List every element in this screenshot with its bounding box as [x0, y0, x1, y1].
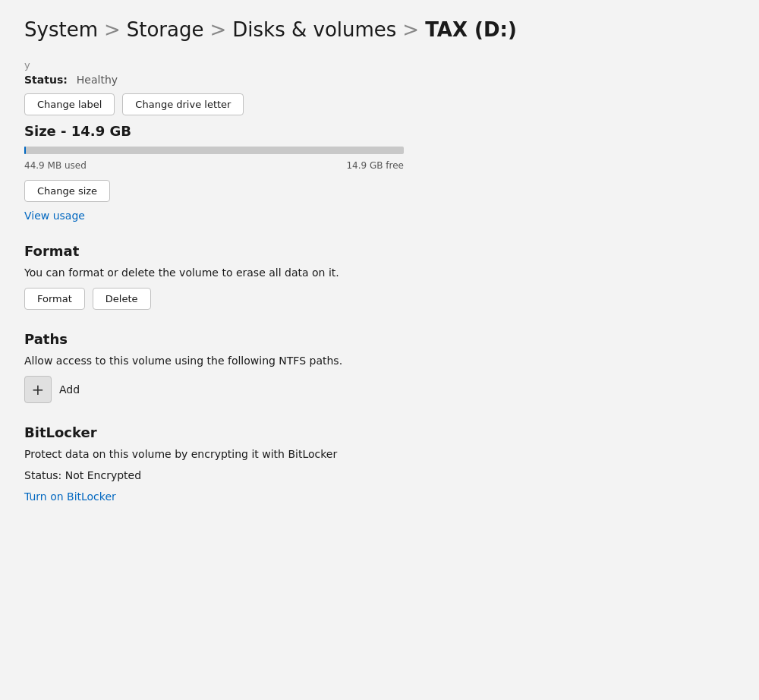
paths-section: Paths Allow access to this volume using … — [24, 331, 735, 403]
storage-bar-container — [24, 147, 404, 154]
bitlocker-section: BitLocker Protect data on this volume by… — [24, 424, 735, 503]
storage-bar-used — [24, 147, 26, 154]
breadcrumb-current: TAX (D:) — [425, 18, 517, 41]
storage-free-label: 14.9 GB free — [346, 160, 404, 171]
breadcrumb-system[interactable]: System — [24, 18, 98, 41]
change-label-button[interactable]: Change label — [24, 93, 115, 115]
label-buttons-row: Change label Change drive letter — [24, 93, 735, 115]
storage-labels: 44.9 MB used 14.9 GB free — [24, 160, 404, 171]
delete-button[interactable]: Delete — [93, 288, 151, 310]
breadcrumb-sep-3: > — [402, 18, 419, 41]
format-button[interactable]: Format — [24, 288, 85, 310]
add-path-label: Add — [59, 383, 80, 396]
add-path-button[interactable]: + — [24, 376, 52, 403]
bitlocker-description: Protect data on this volume by encryptin… — [24, 448, 735, 460]
bitlocker-status: Status: Not Encrypted — [24, 469, 735, 481]
format-section: Format You can format or delete the volu… — [24, 243, 735, 310]
turn-on-bitlocker-link[interactable]: Turn on BitLocker — [24, 490, 116, 503]
plus-icon: + — [32, 380, 45, 399]
bitlocker-title: BitLocker — [24, 424, 735, 440]
format-section-title: Format — [24, 243, 735, 259]
change-drive-letter-button[interactable]: Change drive letter — [122, 93, 244, 115]
status-value: Healthy — [77, 74, 118, 86]
breadcrumb-disks-volumes[interactable]: Disks & volumes — [232, 18, 396, 41]
size-section: Size - 14.9 GB 44.9 MB used 14.9 GB free… — [24, 123, 735, 222]
size-title: Size - 14.9 GB — [24, 123, 735, 139]
format-description: You can format or delete the volume to e… — [24, 266, 735, 279]
format-button-row: Format Delete — [24, 288, 735, 310]
storage-used-label: 44.9 MB used — [24, 160, 87, 171]
paths-description: Allow access to this volume using the fo… — [24, 355, 735, 367]
breadcrumb-sep-2: > — [210, 18, 227, 41]
breadcrumb-sep-1: > — [104, 18, 121, 41]
view-usage-link[interactable]: View usage — [24, 210, 85, 222]
breadcrumb: System > Storage > Disks & volumes > TAX… — [24, 18, 735, 41]
status-label: Status: — [24, 74, 68, 86]
breadcrumb-storage[interactable]: Storage — [127, 18, 204, 41]
partial-top-label: y — [24, 59, 735, 71]
change-size-button-row: Change size — [24, 180, 735, 202]
change-size-button[interactable]: Change size — [24, 180, 110, 202]
status-row: Status: Healthy — [24, 74, 735, 86]
paths-section-title: Paths — [24, 331, 735, 347]
add-path-row: + Add — [24, 376, 735, 403]
